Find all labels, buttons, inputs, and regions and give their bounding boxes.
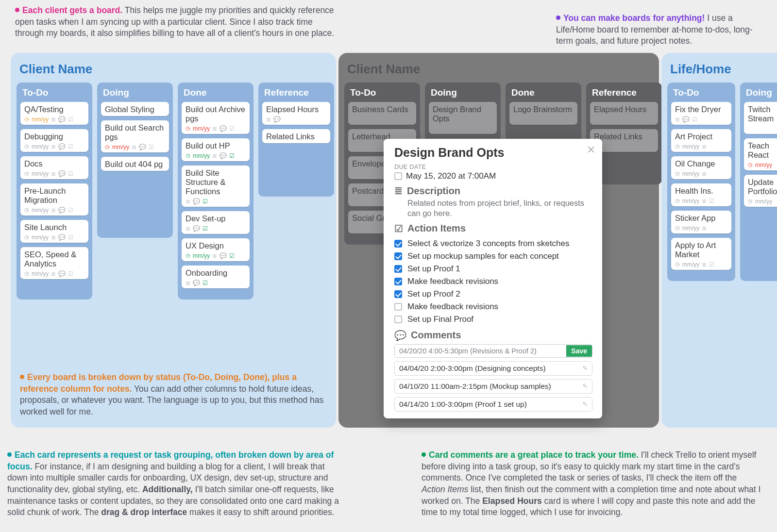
card-label: Onboarding — [186, 268, 246, 278]
action-items-list: Select & vectorize 3 concepts from sketc… — [394, 237, 592, 326]
comment[interactable]: 04/04/20 2:00-3:00pm (Designing concepts… — [394, 361, 592, 376]
card-meta: ◷mm/yy≣☑ — [675, 198, 727, 204]
card[interactable]: Apply to Art Market◷mm/yy≣☑ — [671, 238, 731, 270]
card[interactable]: Twitch Stream — [744, 102, 777, 134]
action-item[interactable]: Make feedback revisions — [394, 275, 592, 288]
list-title: Done — [184, 87, 250, 98]
action-item[interactable]: Set up mockup samples for each concept — [394, 250, 592, 263]
action-item[interactable]: Make feedback revisions — [394, 300, 592, 313]
annotation-emph: Action Items — [422, 484, 468, 494]
card-meta: ◷mm/yy — [748, 162, 777, 168]
card[interactable]: Update Portfolio◷mm/yy — [744, 175, 777, 207]
card[interactable]: Elapsed Hours≣💬 — [262, 102, 330, 125]
card[interactable]: Business Cards — [348, 102, 416, 125]
checkbox-icon[interactable] — [394, 265, 402, 273]
card-label: Global Styling — [105, 105, 165, 114]
comment-icon: 💬 — [58, 170, 66, 177]
due-date-row[interactable]: May 15, 2020 at 7:00AM — [394, 171, 592, 181]
edit-icon[interactable]: ✎ — [582, 400, 588, 408]
card[interactable]: Build out Search pgs◷mm/yy≣💬☑ — [101, 120, 169, 152]
card[interactable]: SEO, Speed & Analytics◷mm/yy≣💬☑ — [20, 247, 88, 279]
card[interactable]: Build out Archive pgs◷mm/yy≣💬☑ — [182, 102, 250, 134]
card[interactable]: Build Site Structure & Functions≣💬☑ — [182, 166, 250, 207]
list-title: Doing — [103, 87, 169, 98]
meta-date: mm/yy — [32, 143, 49, 150]
card[interactable]: Logo Brainstorm — [509, 102, 577, 125]
card-label: Art Project — [675, 132, 727, 141]
edit-icon[interactable]: ✎ — [582, 382, 588, 390]
meta-date: mm/yy — [682, 225, 699, 232]
card[interactable]: UX Design◷mm/yy≣💬☑ — [182, 238, 250, 261]
card[interactable]: Onboarding≣💬☑ — [182, 266, 250, 288]
action-item-text: Set up Proof 1 — [407, 264, 460, 274]
list-title: To-Do — [673, 87, 731, 98]
desc-icon: ≣ — [212, 152, 217, 159]
card[interactable]: Related Links — [262, 129, 330, 143]
card[interactable]: Build out HP◷mm/yy≣💬☑ — [182, 138, 250, 161]
card-label: Fix the Dryer — [675, 105, 727, 114]
checkbox-icon[interactable] — [394, 252, 402, 260]
card[interactable]: Site Launch◷mm/yy≣💬☑ — [20, 220, 88, 243]
card[interactable]: Sticker App◷mm/yy≣ — [671, 211, 731, 233]
card[interactable]: Pre-Launch Migration◷mm/yy≣💬☑ — [20, 183, 88, 216]
description-section: ≣Description Related notes from project … — [394, 185, 592, 219]
card[interactable]: Art Project◷mm/yy≣ — [671, 129, 731, 152]
comment-icon: 💬 — [58, 143, 66, 150]
action-item[interactable]: Select & vectorize 3 concepts from sketc… — [394, 237, 592, 250]
card[interactable]: Elapsed Hours — [590, 102, 658, 125]
action-item[interactable]: Set up Final Proof — [394, 313, 592, 326]
meta-date: mm/yy — [193, 252, 210, 259]
checkbox-icon[interactable] — [394, 290, 402, 298]
card-label: Oil Change — [675, 159, 727, 168]
checkbox-icon[interactable] — [394, 240, 402, 248]
close-icon[interactable]: ✕ — [587, 144, 595, 156]
card[interactable]: Health Ins.◷mm/yy≣☑ — [671, 183, 731, 206]
comment-input[interactable] — [395, 345, 566, 357]
clock-icon: ◷ — [24, 234, 29, 240]
meta-date: mm/yy — [755, 162, 772, 168]
card[interactable]: Global Styling — [101, 102, 169, 116]
card[interactable]: Debugging◷mm/yy≣💬☑ — [20, 129, 88, 152]
bullet-icon — [15, 8, 19, 12]
clock-icon: ◷ — [186, 252, 190, 259]
save-button[interactable]: Save — [566, 345, 592, 357]
desc-icon: ≣ — [51, 116, 56, 123]
card-label: Logo Brainstorm — [513, 105, 574, 114]
clock-icon: ◷ — [105, 144, 110, 150]
comment[interactable]: 04/14/20 1:00-3:00pm (Proof 1 set up)✎ — [394, 397, 592, 412]
section-heading: Comments — [411, 330, 461, 341]
action-item[interactable]: Set up Proof 1 — [394, 263, 592, 275]
edit-icon[interactable]: ✎ — [582, 365, 588, 372]
action-item[interactable]: Set up Proof 2 — [394, 288, 592, 300]
comment[interactable]: 04/10/20 11:00am-2:15pm (Mockup samples)… — [394, 379, 592, 394]
card-meta: ≣💬☑ — [675, 116, 727, 123]
check-icon: ☑ — [68, 207, 73, 214]
annotation-body: makes it easy to shift around priorities… — [187, 507, 334, 517]
due-date-value: May 15, 2020 at 7:00AM — [406, 171, 496, 181]
card[interactable]: Design Brand Opts — [429, 102, 497, 134]
annotation-green: Card comments are a great place to track… — [422, 449, 761, 518]
action-item-text: Select & vectorize 3 concepts from sketc… — [407, 239, 570, 249]
annotation-strong: Elapsed Hours — [482, 496, 542, 506]
card-label: Build out 404 pg — [105, 160, 165, 169]
card[interactable]: QA/Testing◷mm/yy≣💬☑ — [20, 102, 88, 125]
card-meta: ◷mm/yy≣💬☑ — [105, 144, 165, 150]
card-meta: ◷mm/yy≣💬☑ — [24, 170, 84, 177]
card[interactable]: Build out 404 pg — [101, 157, 169, 171]
list-title: Doing — [431, 87, 497, 98]
checkbox-icon[interactable] — [394, 172, 402, 180]
checkbox-icon[interactable] — [394, 316, 402, 323]
card[interactable]: Docs◷mm/yy≣💬☑ — [20, 156, 88, 179]
desc-icon: ≣ — [186, 225, 190, 232]
desc-icon: ≣ — [702, 198, 707, 204]
checkbox-icon[interactable] — [394, 278, 402, 285]
desc-icon: ≣ — [702, 143, 707, 150]
board-lists: To-Do Fix the Dryer≣💬☑ Art Project◷mm/yy… — [667, 83, 777, 281]
card[interactable]: Fix the Dryer≣💬☑ — [671, 102, 731, 125]
card[interactable]: Oil Change◷mm/yy≣ — [671, 156, 731, 179]
meta-date: mm/yy — [193, 152, 210, 159]
checkbox-icon[interactable] — [394, 303, 402, 311]
card[interactable]: Dev Set-up≣💬☑ — [182, 211, 250, 234]
card[interactable]: Teach React◷mm/yy — [744, 138, 777, 170]
due-date-label: DUE DATE — [394, 164, 592, 170]
